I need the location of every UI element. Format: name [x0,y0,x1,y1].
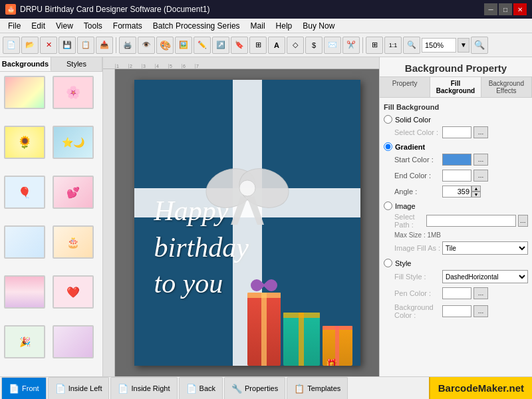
bg-thumb-7[interactable] [4,225,45,259]
tab-inside-right[interactable]: 📄 Inside Right [110,377,177,399]
gradient-radio[interactable] [384,142,392,151]
bg-thumb-6[interactable]: 💕 [53,176,94,209]
close-button[interactable]: ✕ [513,3,527,15]
zoom-out-button[interactable]: 🔍 [471,37,488,54]
angle-down[interactable]: ▼ [471,192,481,198]
zoom-dropdown[interactable]: ▼ [458,38,469,53]
bg-color-browse[interactable]: … [473,305,488,317]
start-color-browse[interactable]: … [473,154,488,166]
bg-color-swatch[interactable] [442,305,471,317]
tab-fill-background[interactable]: Fill Background [430,77,481,97]
bg-thumb-1[interactable] [4,76,45,109]
right-panel: Background Property Property Fill Backgr… [379,57,532,376]
barcodemaker-banner[interactable]: BarcodeMaker.net [429,377,532,399]
open-button[interactable]: 📂 [21,37,39,54]
barcode-button[interactable]: ⊞ [249,37,267,54]
menu-batch[interactable]: Batch Processing Series [148,20,245,32]
end-color-browse[interactable]: … [473,170,488,182]
bg-thumb-2[interactable]: 🌸 [53,76,94,109]
bg-thumb-4[interactable]: ⭐🌙 [53,126,94,159]
image-fill-select[interactable]: Tile Stretch Center Fill [442,241,528,255]
start-color-swatch[interactable] [442,154,471,166]
shape-button[interactable]: ◇ [287,37,304,54]
text-button[interactable]: A [268,37,285,54]
tab-property[interactable]: Property [380,77,430,97]
save-as-button[interactable]: 📋 [77,37,94,54]
tab-back[interactable]: 📄 Back [179,377,223,399]
pen-color-swatch[interactable] [442,287,471,299]
new-button[interactable]: 📄 [3,37,20,54]
style-radio[interactable] [384,259,392,267]
inside-left-icon: 📄 [55,384,66,394]
angle-label: Angle : [394,188,442,196]
solid-color-row: Solid Color [384,115,528,124]
draw-button[interactable]: ✏️ [194,37,211,54]
import-button[interactable]: 📥 [96,37,113,54]
symbol-button[interactable]: $ [305,37,323,54]
menu-edit[interactable]: Edit [26,20,51,32]
tab-backgrounds[interactable]: Backgrounds [0,57,51,71]
image-row: Image [384,201,528,210]
close-doc-button[interactable]: ✕ [40,37,57,54]
bg-thumb-9[interactable] [4,275,45,309]
image-button[interactable]: 🖼️ [175,37,192,54]
tab-styles[interactable]: Styles [51,57,102,71]
tab-front[interactable]: 📄 Front [1,377,47,399]
menu-help[interactable]: Help [271,20,298,32]
bg-thumb-11[interactable]: 🎉 [4,325,45,358]
path-browse[interactable]: … [518,215,528,227]
canvas-area[interactable]: 1 2 3 4 5 6 7 [103,57,379,376]
properties-icon: 🔧 [231,384,242,394]
panel-title: Background Property [380,57,532,77]
maximize-button[interactable]: □ [499,3,512,15]
ratio-button[interactable]: 1:1 [384,37,402,54]
scissor-button[interactable]: ✂️ [342,37,360,54]
menu-view[interactable]: View [51,20,78,32]
menu-buynow[interactable]: Buy Now [297,20,340,32]
tab-properties[interactable]: 🔧 Properties [224,377,285,399]
title-bar-controls[interactable]: ─ □ ✕ [484,3,527,15]
print-prev-button[interactable]: 👁️ [138,37,155,54]
angle-input[interactable] [442,186,471,198]
zoom-in-button[interactable]: 🔍 [403,37,420,54]
grid-button[interactable]: ⊞ [366,37,383,54]
arrow-tool[interactable]: ↗️ [212,37,229,54]
bg-thumb-10[interactable]: ❤️ [53,275,94,309]
bg-thumb-12[interactable] [53,325,94,358]
birthday-card[interactable]: Happy birthday to you [134,80,360,366]
print-button[interactable]: 🖨️ [119,37,136,54]
angle-spinners: ▲ ▼ [471,186,481,198]
bg-color-row: Background Color : … [384,303,528,319]
tab-templates[interactable]: 📋 Templates [287,377,348,399]
background-grid: 🌸 🌻 ⭐🌙 🎈 💕 🎂 ❤️ 🎉 [0,72,102,376]
angle-up[interactable]: ▲ [471,186,481,192]
minimize-button[interactable]: ─ [484,3,497,15]
stamp-button[interactable]: 🔖 [231,37,248,54]
inside-left-label: Inside Left [68,384,102,392]
panel-tabs: Backgrounds Styles [0,57,102,72]
bottom-bar: 📄 Front 📄 Inside Left 📄 Inside Right 📄 B… [0,376,532,399]
tab-background-effects[interactable]: Background Effects [481,77,532,97]
end-color-swatch[interactable] [442,170,471,182]
save-button[interactable]: 💾 [59,37,76,54]
pen-color-browse[interactable]: … [473,287,488,299]
bg-thumb-5[interactable]: 🎈 [4,176,45,209]
color-button[interactable]: 🎨 [156,37,174,54]
menu-file[interactable]: File [3,20,26,32]
style-row: Style [384,259,528,267]
image-radio[interactable] [384,201,392,210]
select-path-row: Select Path : … [384,213,528,229]
menu-tools[interactable]: Tools [78,20,108,32]
solid-color-radio[interactable] [384,115,392,124]
mail-btn[interactable]: ✉️ [324,37,341,54]
solid-color-browse[interactable]: … [473,126,488,138]
path-input[interactable] [426,215,516,227]
menu-formats[interactable]: Formats [108,20,148,32]
fill-style-select[interactable]: DashedHorizontal Solid DashedVertical Do… [442,270,528,283]
bg-thumb-8[interactable]: 🎂 [53,225,94,259]
zoom-input[interactable] [422,38,456,53]
solid-color-swatch[interactable] [442,126,471,138]
bg-thumb-3[interactable]: 🌻 [4,126,45,159]
menu-mail[interactable]: Mail [245,20,271,32]
tab-inside-left[interactable]: 📄 Inside Left [48,377,110,399]
